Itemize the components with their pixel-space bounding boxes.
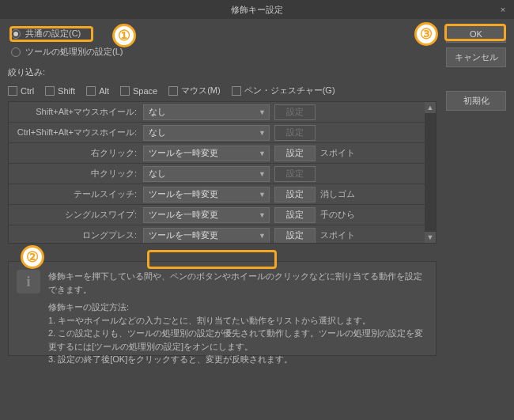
row-extra: 消しゴム	[320, 188, 355, 200]
settings-button: 設定	[274, 104, 316, 120]
settings-button: 設定	[274, 125, 316, 141]
radio-label: 共通の設定(C)	[25, 28, 81, 40]
row-extra: スポイト	[320, 229, 355, 241]
action-dropdown[interactable]: なし▼	[143, 125, 270, 141]
bindings-table: Shift+Alt+マウスホイール:なし▼設定Ctrl+Shift+Alt+マウ…	[8, 101, 437, 244]
table-row: Ctrl+Shift+Alt+マウスホイール:なし▼設定	[9, 123, 425, 143]
chevron-down-icon: ▼	[259, 191, 266, 199]
chevron-down-icon: ▼	[259, 211, 266, 219]
row-label: Shift+Alt+マウスホイール:	[9, 106, 143, 118]
radio-icon	[11, 29, 21, 39]
filter-ctrl[interactable]: Ctrl	[8, 86, 34, 96]
row-extra: スポイト	[320, 147, 355, 159]
action-dropdown[interactable]: なし▼	[143, 104, 270, 120]
chevron-down-icon: ▼	[259, 129, 266, 137]
filter-space[interactable]: Space	[120, 86, 157, 96]
radio-icon	[11, 47, 21, 57]
filter-shift[interactable]: Shift	[45, 86, 75, 96]
action-dropdown[interactable]: ツールを一時変更▼	[143, 146, 270, 161]
action-dropdown[interactable]: ツールを一時変更▼	[143, 187, 270, 202]
annotation-badge-2: ②	[21, 245, 44, 269]
annotation-badge-1: ①	[112, 24, 136, 47]
chevron-down-icon: ▼	[259, 108, 266, 116]
annotation-badge-3: ③	[414, 22, 438, 46]
filter-label: 絞り込み:	[8, 66, 437, 78]
info-line1: 修飾キーを押下している間や、ペンのボタンやホイールのクリックなどに割り当てる動作…	[48, 270, 428, 296]
row-label: 右クリック:	[9, 147, 143, 159]
action-dropdown[interactable]: ツールを一時変更▼	[143, 228, 270, 244]
row-label: シングルスワイプ:	[9, 209, 143, 221]
window-title: 修飾キー設定	[231, 4, 283, 16]
title-bar: 修飾キー設定 ×	[0, 0, 514, 19]
info-panel: i 修飾キーを押下している間や、ペンのボタンやホイールのクリックなどに割り当てる…	[8, 261, 437, 356]
table-row: シングルスワイプ:ツールを一時変更▼設定手のひら	[9, 205, 425, 225]
chevron-down-icon: ▼	[259, 149, 266, 157]
chevron-down-icon: ▼	[259, 232, 266, 240]
info-step3: 3. 設定の終了後[OK]をクリックすると、変更が反映されます。	[48, 353, 428, 366]
close-icon[interactable]: ×	[497, 3, 509, 16]
row-label: ロングプレス:	[9, 229, 143, 241]
settings-button: 設定	[274, 166, 316, 182]
row-label: Ctrl+Shift+Alt+マウスホイール:	[9, 127, 143, 138]
settings-button[interactable]: 設定	[274, 146, 316, 161]
settings-button[interactable]: 設定	[274, 207, 316, 223]
row-label: 中クリック:	[9, 168, 143, 180]
info-heading: 修飾キーの設定方法:	[48, 301, 428, 314]
scrollbar[interactable]: ▲ ▼	[425, 102, 436, 243]
filter-checkboxes: Ctrl Shift Alt Space マウス(M) ペン・ジェスチャー(G)	[8, 81, 437, 101]
filter-mouse[interactable]: マウス(M)	[168, 85, 221, 96]
action-dropdown[interactable]: ツールを一時変更▼	[143, 207, 270, 223]
table-row: 右クリック:ツールを一時変更▼設定スポイト	[9, 143, 425, 164]
table-row: テールスイッチ:ツールを一時変更▼設定消しゴム	[9, 184, 425, 205]
info-icon: i	[17, 270, 40, 293]
action-dropdown[interactable]: なし▼	[143, 166, 270, 182]
row-extra: 手のひら	[320, 209, 355, 221]
table-row: 中クリック:なし▼設定	[9, 164, 425, 184]
radio-label: ツールの処理別の設定(L)	[25, 46, 123, 58]
chevron-down-icon: ▼	[259, 170, 266, 178]
settings-button[interactable]: 設定	[274, 228, 316, 244]
ok-button[interactable]: OK	[446, 25, 506, 43]
settings-button[interactable]: 設定	[274, 187, 316, 202]
filter-alt[interactable]: Alt	[86, 86, 109, 96]
scroll-down-icon[interactable]: ▼	[425, 232, 436, 243]
info-step1: 1. キーやホイールなどの入力ごとに、割り当てたい動作をリストから選択します。	[48, 314, 428, 327]
row-label: テールスイッチ:	[9, 188, 143, 200]
table-row: Shift+Alt+マウスホイール:なし▼設定	[9, 102, 425, 123]
radio-common-settings[interactable]: 共通の設定(C)	[8, 25, 437, 42]
table-row: ロングプレス:ツールを一時変更▼設定スポイト	[9, 225, 425, 244]
filter-pen[interactable]: ペン・ジェスチャー(G)	[232, 85, 335, 96]
cancel-button[interactable]: キャンセル	[446, 47, 506, 67]
scroll-up-icon[interactable]: ▲	[425, 102, 436, 113]
info-step2: 2. この設定よりも、ツールの処理別の設定が優先されて動作します。ツールの処理別…	[48, 327, 428, 353]
radio-per-tool-settings[interactable]: ツールの処理別の設定(L)	[8, 44, 437, 60]
reset-button[interactable]: 初期化	[446, 91, 506, 111]
